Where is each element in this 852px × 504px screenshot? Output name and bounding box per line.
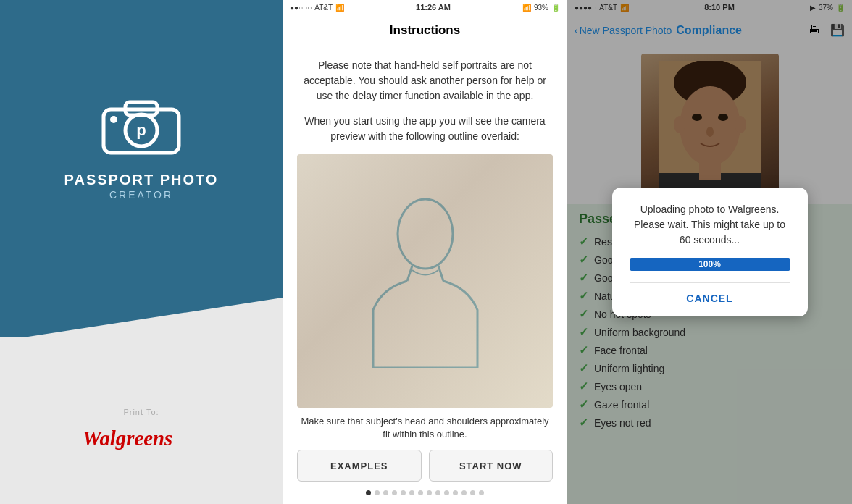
dot-6 [418,490,423,495]
dot-9 [444,490,449,495]
dot-3 [392,490,397,495]
battery-label: 93% [534,4,548,12]
cancel-button[interactable]: CANCEL [686,293,732,304]
start-now-button[interactable]: START NOW [429,450,554,482]
dot-1 [375,490,380,495]
signal-dots: ●●○○○ [290,4,312,12]
dot-2 [383,490,388,495]
walgreens-logo: Walgreens [76,419,206,455]
app-title: PASSPORT PHOTO [64,170,219,189]
instruction-text1: Please note that hand-held self portrait… [297,58,553,104]
middle-panel: ●●○○○ AT&T 📶 11:26 AM 📶 93% 🔋 Instructio… [283,0,567,504]
bg-image [297,154,553,408]
time-label: 11:26 AM [416,3,451,12]
middle-nav-title: Instructions [390,23,460,38]
app-subtitle: CREATOR [109,189,173,201]
button-row: EXAMPLES START NOW [283,450,567,482]
page-dots [283,490,567,504]
left-panel: p PASSPORT PHOTO CREATOR Print To: Walgr… [0,0,283,504]
dot-11 [462,490,467,495]
diagonal-divider [0,298,283,341]
upload-overlay: Uploading photo to Walgreens. Please wai… [567,0,852,504]
dot-4 [401,490,406,495]
progress-label: 100% [630,258,790,271]
svg-text:p: p [136,121,146,139]
upload-dialog-text: Uploading photo to Walgreens. Please wai… [630,202,790,248]
right-panel: ●●●●○ AT&T 📶 8:10 PM ▶ 37% 🔋 ‹ New Passp… [567,0,852,504]
dot-12 [470,490,475,495]
caption-text: Make sure that subject's head and should… [297,415,553,441]
battery-icon: 🔋 [551,4,560,12]
progress-bar: 100% [630,258,790,271]
print-to-label: Print To: [123,408,159,416]
camera-logo: p [98,93,185,159]
dot-0 [366,490,371,495]
instruction-text2: When you start using the app you will se… [297,114,553,144]
carrier-label: AT&T [314,4,333,12]
svg-point-4 [110,116,117,123]
middle-nav-bar: Instructions [283,14,567,46]
outline-area [297,154,553,408]
dot-5 [409,490,414,495]
examples-button[interactable]: EXAMPLES [297,450,422,482]
gray-section: Print To: Walgreens [0,337,283,504]
bluetooth-icon: 📶 [522,4,531,12]
instructions-content: Please note that hand-held self portrait… [283,46,567,450]
dot-13 [479,490,484,495]
middle-status-bar: ●●○○○ AT&T 📶 11:26 AM 📶 93% 🔋 [283,0,567,14]
dot-7 [427,490,432,495]
dot-8 [435,490,440,495]
blue-section: p PASSPORT PHOTO CREATOR [0,0,283,337]
wifi-icon: 📶 [335,4,344,12]
svg-text:Walgreens: Walgreens [83,427,172,450]
dot-10 [453,490,458,495]
divider [630,282,790,283]
upload-dialog: Uploading photo to Walgreens. Please wai… [612,188,808,316]
